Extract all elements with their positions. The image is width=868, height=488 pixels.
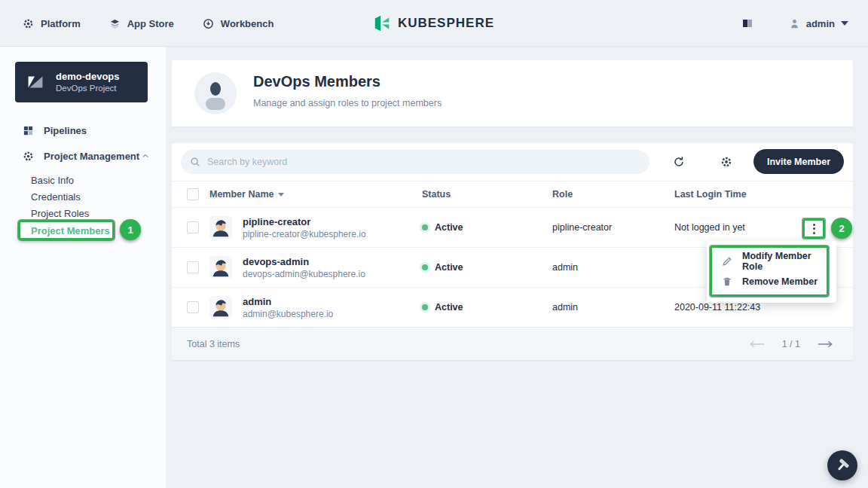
sort-caret-icon (278, 193, 284, 197)
member-name: devops-admin (243, 255, 365, 268)
member-email: pipline-creator@kubesphere.io (243, 228, 366, 240)
member-cell[interactable]: pipline-creator pipline-creator@kubesphe… (209, 215, 422, 240)
role-cell: admin (552, 302, 674, 313)
column-label: Status (422, 189, 451, 200)
member-cell[interactable]: devops-admin devops-admin@kubesphere.io (209, 255, 422, 280)
members-card: Invite Member Member Name Status Role La… (172, 143, 853, 360)
member-email: admin@kubesphere.io (243, 308, 333, 320)
row-actions-menu: Modify Member Role Remove Member (707, 241, 836, 303)
top-nav-right: admin (741, 0, 848, 47)
refresh-icon[interactable] (673, 156, 685, 168)
page-indicator: 1 / 1 (782, 339, 800, 349)
column-member-name[interactable]: Member Name (209, 189, 422, 200)
last-login-cell: 2020-09-11 11:22:43 (674, 302, 853, 313)
devops-project-icon (23, 69, 48, 95)
sidebar-item-pipelines[interactable]: Pipelines (0, 120, 166, 140)
gear-icon (23, 18, 34, 29)
nav-app-store[interactable]: App Store (109, 18, 174, 29)
sidebar-subitem-credentials[interactable]: Credentials (0, 188, 166, 205)
sidebar-item-label: Pipelines (44, 125, 87, 136)
docs-icon[interactable] (741, 17, 754, 29)
kubesphere-logo[interactable]: KUBESPHERE (374, 0, 494, 47)
table-header: Member Name Status Role Last Login Time (172, 181, 853, 207)
sidebar-subitem-basic-info[interactable]: Basic Info (0, 172, 166, 188)
avatar (209, 256, 232, 279)
avatar (209, 296, 232, 319)
status-dot-icon (422, 304, 428, 310)
table-footer: Total 3 items 1 / 1 (172, 327, 853, 360)
member-identity: devops-admin devops-admin@kubesphere.io (243, 255, 365, 280)
project-switcher[interactable]: demo-devops DevOps Project (15, 62, 148, 102)
sidebar-item-label: Project Management (44, 151, 139, 162)
sidebar-subitem-project-members[interactable]: Project Members (0, 222, 166, 239)
nav-platform[interactable]: Platform (23, 18, 81, 29)
subitem-label: Project Roles (31, 208, 89, 219)
toolbar: Invite Member (172, 143, 853, 181)
pipelines-icon (23, 125, 34, 136)
column-label: Last Login Time (674, 189, 747, 200)
search-input[interactable] (207, 157, 614, 167)
menu-item-modify-member-role[interactable]: Modify Member Role (712, 252, 827, 271)
previous-page-icon[interactable] (749, 340, 766, 349)
role-cell: pipline-creator (552, 222, 674, 233)
trash-icon (722, 276, 732, 287)
select-all-checkbox[interactable] (187, 188, 199, 200)
status-cell: Active (422, 302, 552, 313)
search-icon (190, 157, 200, 167)
page-title: DevOps Members (253, 73, 381, 90)
subitem-label: Credentials (31, 191, 81, 203)
annotation-badge-1: 1 (120, 219, 141, 240)
member-name: admin (243, 295, 333, 308)
kubesphere-logo-text: KUBESPHERE (398, 16, 494, 31)
row-checkbox[interactable] (187, 261, 199, 273)
kebab-icon (813, 232, 815, 234)
annotation-box-menu: Modify Member Role Remove Member (710, 246, 829, 297)
menu-item-label: Modify Member Role (742, 251, 827, 272)
member-email: devops-admin@kubesphere.io (243, 268, 365, 280)
search-box[interactable] (181, 150, 649, 174)
row-actions-kebab-button[interactable] (802, 218, 825, 239)
page-header: DevOps Members Manage and assign roles t… (172, 60, 853, 127)
members-banner-icon (194, 72, 237, 114)
subitem-label: Basic Info (31, 175, 74, 186)
nav-workbench[interactable]: Workbench (203, 18, 274, 29)
avatar (209, 216, 232, 239)
member-cell[interactable]: admin admin@kubesphere.io (209, 295, 422, 320)
menu-item-label: Remove Member (742, 276, 818, 287)
settings-gear-icon[interactable] (720, 156, 732, 168)
invite-member-button[interactable]: Invite Member (753, 149, 844, 174)
sidebar-item-project-management[interactable]: Project Management (0, 146, 166, 166)
status-cell: Active (422, 222, 552, 233)
column-status: Status (422, 189, 552, 200)
chevron-up-icon (142, 152, 149, 160)
nav-workbench-label: Workbench (221, 18, 274, 29)
status-dot-icon (422, 264, 428, 270)
nav-platform-label: Platform (41, 18, 81, 29)
total-items-label: Total 3 items (187, 339, 240, 349)
app-store-icon (109, 18, 121, 29)
role-cell: admin (552, 262, 674, 273)
status-dot-icon (422, 224, 428, 230)
nav-app-store-label: App Store (127, 18, 174, 29)
column-label: Role (552, 189, 573, 200)
column-label: Member Name (209, 189, 274, 200)
sidebar: demo-devops DevOps Project Pipelines Pro… (0, 47, 166, 488)
username: admin (806, 18, 835, 29)
pagination: 1 / 1 (749, 339, 833, 349)
next-page-icon[interactable] (817, 340, 833, 349)
row-checkbox[interactable] (187, 221, 199, 233)
user-icon (789, 18, 800, 29)
page-subtitle: Manage and assign roles to project membe… (253, 98, 442, 108)
toolbox-fab-button[interactable] (827, 450, 857, 480)
menu-item-remove-member[interactable]: Remove Member (712, 272, 827, 291)
status-cell: Active (422, 262, 552, 273)
row-checkbox[interactable] (187, 301, 199, 313)
annotation-badge-2: 2 (831, 218, 852, 239)
gear-icon (23, 151, 34, 162)
user-menu[interactable]: admin (789, 18, 848, 29)
sidebar-subitem-project-roles[interactable]: Project Roles (0, 205, 166, 221)
workbench-icon (203, 18, 214, 29)
top-nav-left: Platform App Store Workbench (23, 0, 274, 47)
column-role: Role (552, 189, 674, 200)
chevron-down-icon (841, 21, 848, 26)
